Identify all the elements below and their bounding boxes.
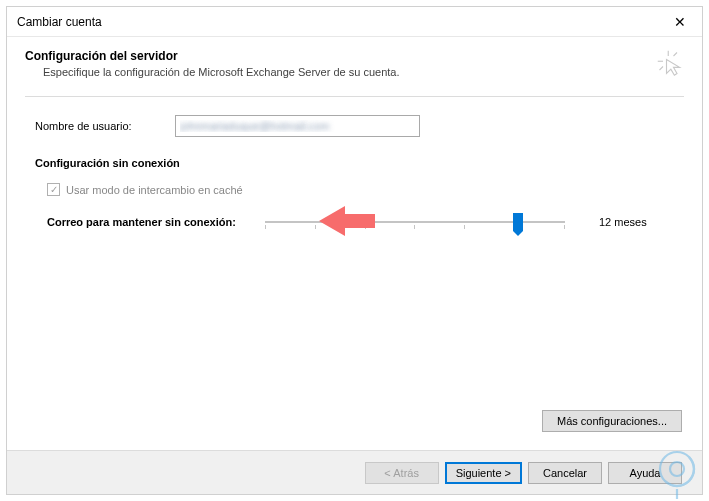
svg-line-2 bbox=[674, 53, 678, 57]
username-label: Nombre de usuario: bbox=[35, 120, 175, 132]
offline-slider[interactable] bbox=[265, 212, 565, 232]
cursor-icon bbox=[656, 49, 684, 77]
slider-thumb[interactable] bbox=[513, 213, 523, 231]
titlebar: Cambiar cuenta ✕ bbox=[7, 7, 702, 37]
header-title: Configuración del servidor bbox=[25, 49, 399, 63]
header-text: Configuración del servidor Especifique l… bbox=[25, 49, 399, 78]
more-settings-row: Más configuraciones... bbox=[542, 410, 682, 432]
offline-section-title: Configuración sin conexión bbox=[35, 157, 674, 169]
dialog-footer: < Atrás Siguiente > Cancelar Ayuda bbox=[7, 450, 702, 494]
help-button[interactable]: Ayuda bbox=[608, 462, 682, 484]
dialog-content: Configuración del servidor Especifique l… bbox=[7, 37, 702, 494]
header-subtitle: Especifique la configuración de Microsof… bbox=[43, 66, 399, 78]
form-area: Nombre de usuario: Configuración sin con… bbox=[25, 97, 684, 232]
cache-mode-checkbox[interactable]: ✓ bbox=[47, 183, 60, 196]
svg-line-3 bbox=[660, 67, 664, 71]
offline-slider-label: Correo para mantener sin conexión: bbox=[47, 216, 265, 228]
username-row: Nombre de usuario: bbox=[35, 115, 674, 137]
offline-slider-value: 12 meses bbox=[599, 216, 647, 228]
window-title: Cambiar cuenta bbox=[17, 15, 102, 29]
next-button[interactable]: Siguiente > bbox=[445, 462, 522, 484]
back-button: < Atrás bbox=[365, 462, 439, 484]
header-row: Configuración del servidor Especifique l… bbox=[25, 49, 684, 78]
more-settings-button[interactable]: Más configuraciones... bbox=[542, 410, 682, 432]
close-button[interactable]: ✕ bbox=[657, 7, 702, 37]
cancel-button[interactable]: Cancelar bbox=[528, 462, 602, 484]
dialog-window: Cambiar cuenta ✕ Configuración del servi… bbox=[6, 6, 703, 495]
username-input[interactable] bbox=[175, 115, 420, 137]
cache-mode-row: ✓ Usar modo de intercambio en caché bbox=[47, 183, 674, 196]
close-icon: ✕ bbox=[674, 14, 686, 30]
offline-slider-row: Correo para mantener sin conexión: 12 me… bbox=[47, 212, 674, 232]
cache-mode-label: Usar modo de intercambio en caché bbox=[66, 184, 243, 196]
